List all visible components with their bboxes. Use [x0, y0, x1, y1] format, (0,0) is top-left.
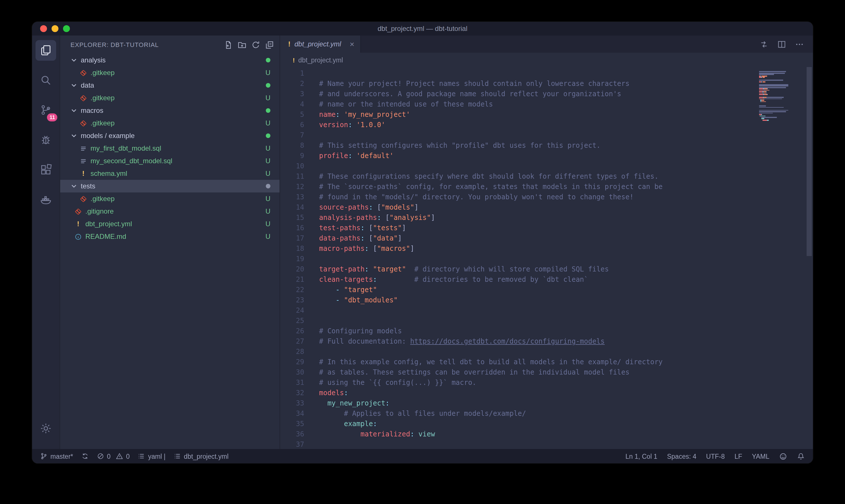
activity-debug[interactable]: [32, 125, 59, 155]
scrollbar-thumb[interactable]: [807, 67, 812, 256]
breadcrumb[interactable]: ! dbt_project.yml: [280, 53, 813, 67]
tab-dbt-project-yml[interactable]: ! dbt_project.yml ×: [280, 36, 361, 53]
tree-item-my-second-dbt-model.sql[interactable]: my_second_dbt_model.sqlU: [60, 155, 280, 167]
code-line-24[interactable]: 24: [280, 305, 813, 316]
code-text: # using the `{{ config(...) }}` macro.: [304, 377, 477, 388]
indentation-status[interactable]: Spaces: 4: [667, 453, 696, 460]
zoom-window-button[interactable]: [63, 25, 70, 32]
activity-source-control[interactable]: 11: [32, 95, 59, 125]
tree-item-.gitkeep[interactable]: .gitkeepU: [60, 67, 280, 79]
code-line-27[interactable]: 27# Full documentation: https://docs.get…: [280, 336, 813, 346]
code-line-26[interactable]: 26# Configuring models: [280, 326, 813, 336]
code-line-28[interactable]: 28: [280, 346, 813, 357]
activity-search[interactable]: [32, 65, 59, 95]
activity-extensions[interactable]: [32, 155, 59, 184]
more-actions-icon[interactable]: [795, 40, 804, 48]
code-line-19[interactable]: 19: [280, 254, 813, 264]
code-line-3[interactable]: 3# and underscores. A good package name …: [280, 89, 813, 99]
tree-item-.gitkeep[interactable]: .gitkeepU: [60, 117, 280, 129]
eol-status[interactable]: LF: [734, 453, 742, 460]
code-line-33[interactable]: 33 my_new_project:: [280, 398, 813, 408]
activity-docker[interactable]: [32, 184, 59, 214]
code-line-10[interactable]: 10: [280, 161, 813, 171]
editor[interactable]: 12# Name your project! Project names sho…: [280, 67, 813, 449]
code-line-30[interactable]: 30# as tables. These settings can be ove…: [280, 367, 813, 377]
minimize-window-button[interactable]: [52, 25, 58, 32]
branch-status[interactable]: master*: [40, 452, 73, 460]
line-number: 23: [280, 295, 304, 305]
refresh-icon[interactable]: [251, 40, 260, 49]
code-line-9[interactable]: 9profile: 'default': [280, 151, 813, 161]
code-line-13[interactable]: 13# found in the "models/" directory. Yo…: [280, 192, 813, 202]
tree-item-.gitkeep[interactable]: .gitkeepU: [60, 193, 280, 205]
code-line-22[interactable]: 22 - "target": [280, 285, 813, 295]
code-line-15[interactable]: 15analysis-paths: ["analysis"]: [280, 213, 813, 223]
code-text: macro-paths: ["macros"]: [304, 244, 414, 254]
code-line-23[interactable]: 23 - "dbt_modules": [280, 295, 813, 305]
tree-item-dbt-project.yml[interactable]: !dbt_project.ymlU: [60, 218, 280, 230]
tree-item-readme.md[interactable]: README.mdU: [60, 230, 280, 243]
code-text: my_new_project:: [304, 398, 390, 408]
tree-item-schema.yml[interactable]: !schema.ymlU: [60, 167, 280, 180]
line-number: 6: [280, 120, 304, 130]
code-line-37[interactable]: 37: [280, 439, 813, 449]
line-number: 31: [280, 377, 304, 388]
code-line-17[interactable]: 17data-paths: ["data"]: [280, 233, 813, 244]
code-line-12[interactable]: 12# The `source-paths` config, for examp…: [280, 182, 813, 192]
breadcrumb-item-file[interactable]: dbt_project.yml: [298, 56, 343, 63]
code-line-32[interactable]: 32models:: [280, 388, 813, 398]
activity-explorer[interactable]: [32, 36, 59, 65]
close-tab-icon[interactable]: ×: [350, 40, 354, 48]
code-line-1[interactable]: 1: [280, 68, 813, 78]
tree-item-macros[interactable]: macros: [60, 104, 280, 117]
tree-item-.gitignore[interactable]: .gitignoreU: [60, 205, 280, 218]
open-changes-icon[interactable]: [760, 40, 768, 48]
tree-item-data[interactable]: data: [60, 79, 280, 92]
code-line-18[interactable]: 18macro-paths: ["macros"]: [280, 244, 813, 254]
cursor-position[interactable]: Ln 1, Col 1: [625, 453, 657, 460]
code-line-5[interactable]: 5name: 'my_new_project': [280, 109, 813, 120]
code-line-11[interactable]: 11# These configurations specify where d…: [280, 171, 813, 182]
split-editor-icon[interactable]: [777, 40, 786, 48]
git-status-badge: U: [266, 195, 280, 203]
line-number: 12: [280, 182, 304, 192]
tree-item-tests[interactable]: tests: [60, 180, 280, 193]
code-line-35[interactable]: 35 example:: [280, 419, 813, 429]
code-line-4[interactable]: 4# name or the intended use of these mod…: [280, 99, 813, 109]
code-line-20[interactable]: 20target-path: "target" # directory whic…: [280, 264, 813, 274]
problems-status[interactable]: 0 0: [96, 452, 130, 460]
file-status[interactable]: dbt_project.yml: [174, 452, 229, 460]
line-number: 28: [280, 346, 304, 357]
code-line-36[interactable]: 36 materialized: view: [280, 429, 813, 439]
new-folder-icon[interactable]: [238, 40, 246, 49]
new-file-icon[interactable]: [224, 40, 233, 49]
feedback-smiley-icon[interactable]: [779, 452, 787, 460]
code-line-29[interactable]: 29# In this example config, we tell dbt …: [280, 357, 813, 367]
language-mode[interactable]: YAML: [752, 453, 769, 460]
code-line-2[interactable]: 2# Name your project! Project names shou…: [280, 78, 813, 89]
sync-button[interactable]: [81, 452, 89, 460]
code-line-25[interactable]: 25: [280, 316, 813, 326]
title-bar[interactable]: dbt_project.yml — dbt-tutorial: [32, 22, 813, 36]
encoding-status[interactable]: UTF-8: [706, 453, 725, 460]
close-window-button[interactable]: [40, 25, 47, 32]
tree-item-models-example[interactable]: models / example: [60, 129, 280, 142]
code-link[interactable]: https://docs.getdbt.com/docs/configuring…: [410, 337, 605, 345]
code-area[interactable]: 12# Name your project! Project names sho…: [280, 68, 813, 449]
activity-settings[interactable]: [32, 414, 59, 443]
yaml-schema-status[interactable]: yaml |: [138, 452, 165, 460]
code-line-34[interactable]: 34 # Applies to all files under models/e…: [280, 408, 813, 419]
code-line-7[interactable]: 7: [280, 130, 813, 140]
collapse-all-icon[interactable]: [265, 40, 274, 49]
tree-item-my-first-dbt-model.sql[interactable]: my_first_dbt_model.sqlU: [60, 142, 280, 155]
code-line-8[interactable]: 8# This setting configures which "profil…: [280, 140, 813, 151]
tree-item-analysis[interactable]: analysis: [60, 54, 280, 67]
code-line-16[interactable]: 16test-paths: ["tests"]: [280, 223, 813, 233]
code-line-6[interactable]: 6version: '1.0.0': [280, 120, 813, 130]
tree-item-.gitkeep[interactable]: .gitkeepU: [60, 92, 280, 104]
minimap[interactable]: [759, 70, 804, 123]
notifications-bell-icon[interactable]: [797, 452, 805, 460]
code-line-31[interactable]: 31# using the `{{ config(...) }}` macro.: [280, 377, 813, 388]
code-line-14[interactable]: 14source-paths: ["models"]: [280, 202, 813, 213]
code-line-21[interactable]: 21clean-targets: # directories to be rem…: [280, 274, 813, 285]
